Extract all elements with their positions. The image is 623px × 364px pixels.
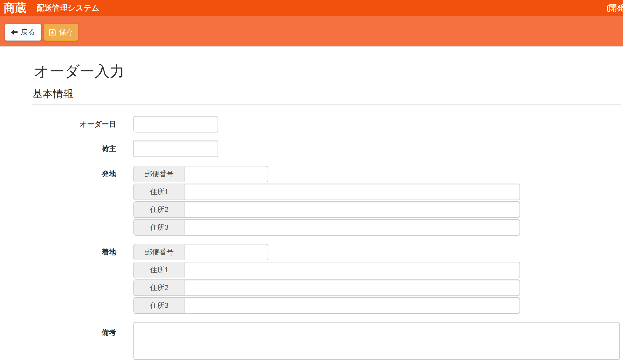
save-button[interactable]: 保存 — [44, 24, 78, 41]
origin-address3-addon: 住所3 — [133, 219, 185, 236]
origin-postal-addon: 郵便番号 — [133, 166, 185, 182]
destination-address3-addon: 住所3 — [133, 297, 185, 314]
environment-label: (開発 — [606, 3, 623, 13]
remarks-textarea[interactable] — [133, 322, 620, 360]
order-form: オーダー日 荷主 発地 郵便番号 住所1 住所2 — [32, 116, 621, 360]
origin-group: 郵便番号 住所1 住所2 住所3 — [133, 166, 520, 236]
destination-postal-addon: 郵便番号 — [133, 244, 185, 260]
origin-address2-addon: 住所2 — [133, 201, 185, 218]
destination-address2-group: 住所2 — [133, 279, 520, 296]
origin-address1-input[interactable] — [185, 184, 520, 200]
origin-postal-group: 郵便番号 — [133, 166, 520, 182]
origin-address3-input[interactable] — [185, 219, 520, 236]
destination-address1-addon: 住所1 — [133, 262, 185, 278]
destination-address2-input[interactable] — [185, 279, 520, 296]
shipper-input[interactable] — [133, 140, 218, 157]
shipper-label: 荷主 — [32, 140, 133, 157]
destination-address1-group: 住所1 — [133, 262, 520, 278]
destination-address1-input[interactable] — [185, 262, 520, 278]
origin-address1-addon: 住所1 — [133, 184, 185, 200]
form-row-remarks: 備考 — [32, 322, 621, 360]
back-button-label: 戻る — [21, 27, 35, 37]
destination-postal-input[interactable] — [185, 244, 268, 260]
form-row-shipper: 荷主 — [32, 140, 621, 157]
origin-postal-input[interactable] — [185, 166, 268, 182]
back-button[interactable]: 戻る — [5, 24, 41, 41]
origin-address3-group: 住所3 — [133, 219, 520, 236]
destination-label: 着地 — [32, 244, 133, 260]
destination-address2-addon: 住所2 — [133, 279, 185, 296]
save-icon — [49, 29, 56, 36]
origin-address2-group: 住所2 — [133, 201, 520, 218]
origin-address1-group: 住所1 — [133, 184, 520, 200]
form-row-order-date: オーダー日 — [32, 116, 621, 133]
order-date-label: オーダー日 — [32, 116, 133, 133]
remarks-label: 備考 — [32, 322, 133, 360]
section-title-basic-info: 基本情報 — [32, 87, 621, 105]
destination-postal-group: 郵便番号 — [133, 244, 520, 260]
arrow-left-icon — [11, 29, 18, 35]
brand-logo[interactable]: 商蔵 — [4, 2, 26, 14]
origin-label: 発地 — [32, 166, 133, 182]
origin-address2-input[interactable] — [185, 201, 520, 218]
top-navbar: 商蔵 配送管理システム (開発 — [0, 0, 623, 16]
save-button-label: 保存 — [59, 27, 74, 37]
main-content: オーダー入力 基本情報 オーダー日 荷主 発地 郵便番号 住所1 — [0, 63, 623, 360]
order-date-input[interactable] — [133, 116, 218, 133]
form-row-destination: 着地 郵便番号 住所1 住所2 住所3 — [32, 244, 621, 314]
destination-address3-group: 住所3 — [133, 297, 520, 314]
destination-group: 郵便番号 住所1 住所2 住所3 — [133, 244, 520, 314]
form-row-origin: 発地 郵便番号 住所1 住所2 住所3 — [32, 166, 621, 236]
app-title: 配送管理システム — [37, 4, 99, 12]
action-toolbar: 戻る 保存 — [0, 16, 623, 47]
destination-address3-input[interactable] — [185, 297, 520, 314]
page-title: オーダー入力 — [34, 63, 621, 79]
